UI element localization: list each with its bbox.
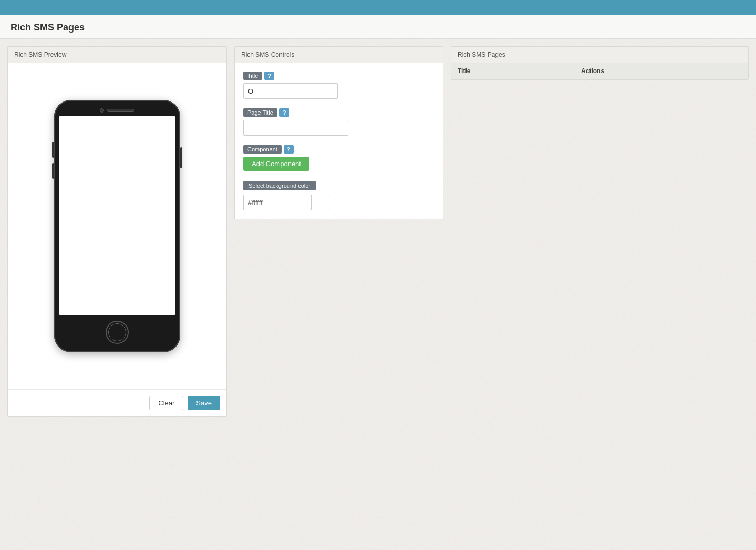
phone-bottom xyxy=(59,315,175,346)
save-button[interactable]: Save xyxy=(188,396,220,410)
controls-panel-title: Rich SMS Controls xyxy=(241,51,294,58)
phone-camera xyxy=(100,108,104,113)
vol-down-button xyxy=(52,163,54,179)
page-title-input[interactable] xyxy=(243,120,348,136)
phone-screen xyxy=(59,116,175,315)
app-title: Rich SMS Pages xyxy=(0,15,756,39)
pages-table-header-row: Title Actions xyxy=(451,63,748,79)
preview-footer: Clear Save xyxy=(8,389,226,416)
preview-body xyxy=(8,63,226,389)
bg-color-label: Select background color xyxy=(243,181,316,190)
pages-panel-header: Rich SMS Pages xyxy=(451,47,748,63)
bg-color-section: Select background color xyxy=(243,180,434,210)
title-label: Title xyxy=(243,72,262,80)
bg-color-input[interactable] xyxy=(243,195,312,210)
phone-mockup xyxy=(54,100,180,352)
top-bar xyxy=(0,0,756,15)
col-actions: Actions xyxy=(575,63,748,79)
phone-home-inner xyxy=(108,323,126,341)
controls-panel-header: Rich SMS Controls xyxy=(235,47,443,63)
phone-speaker xyxy=(107,109,134,112)
component-label-row: Component ? xyxy=(243,145,434,154)
component-label: Component xyxy=(243,145,282,154)
clear-button[interactable]: Clear xyxy=(149,396,183,410)
power-button xyxy=(180,147,182,168)
component-field-group: Component ? Add Component xyxy=(243,145,434,171)
page-title-help-icon[interactable]: ? xyxy=(279,108,289,117)
add-component-button[interactable]: Add Component xyxy=(243,157,309,171)
page-title-label-row: Page Title ? xyxy=(243,108,434,117)
controls-panel: Rich SMS Controls Title ? Page Title ? xyxy=(234,46,443,219)
title-input[interactable] xyxy=(243,83,338,99)
title-help-icon[interactable]: ? xyxy=(264,72,274,80)
phone-home-button xyxy=(106,321,129,344)
component-help-icon[interactable]: ? xyxy=(284,145,294,154)
color-swatch[interactable] xyxy=(314,195,330,210)
vol-up-button xyxy=(52,142,54,158)
preview-panel: Rich SMS Preview Clear xyxy=(7,46,227,417)
controls-body: Title ? Page Title ? Component ? Ad xyxy=(235,63,443,219)
page-title-field-group: Page Title ? xyxy=(243,108,434,136)
preview-panel-title: Rich SMS Preview xyxy=(14,51,66,58)
pages-panel-title: Rich SMS Pages xyxy=(458,51,505,58)
title-label-row: Title ? xyxy=(243,72,434,80)
pages-panel: Rich SMS Pages Title Actions xyxy=(451,46,749,80)
preview-panel-header: Rich SMS Preview xyxy=(8,47,226,63)
col-title: Title xyxy=(451,63,575,79)
app-title-text: Rich SMS Pages xyxy=(11,22,85,33)
page-title-label: Page Title xyxy=(243,108,277,117)
pages-table: Title Actions xyxy=(451,63,748,79)
bg-color-row xyxy=(243,195,434,210)
title-field-group: Title ? xyxy=(243,72,434,99)
main-content: Rich SMS Preview Clear xyxy=(0,39,756,424)
phone-top xyxy=(59,106,175,116)
